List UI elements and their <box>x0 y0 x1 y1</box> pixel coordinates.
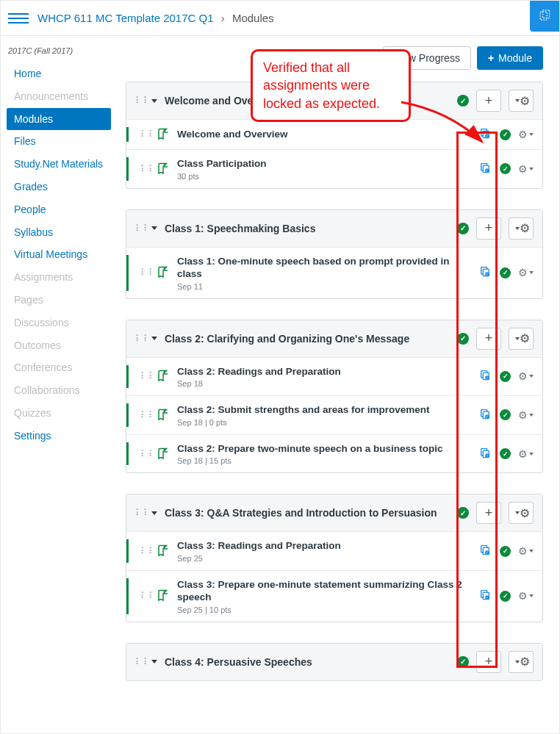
item-meta: Sep 18 | 15 pts <box>177 456 472 465</box>
assignment-icon <box>157 409 170 422</box>
status-bar <box>126 157 129 181</box>
status-bar <box>126 365 129 389</box>
module-settings-button[interactable] <box>509 90 534 112</box>
copy-icon <box>537 9 552 24</box>
item-meta: Sep 18 | 0 pts <box>177 418 472 427</box>
annotation-callout: Verified that all assignments were locke… <box>251 49 411 122</box>
nav-discussions[interactable]: Discussions <box>7 312 111 334</box>
expand-caret-icon[interactable] <box>151 99 157 103</box>
breadcrumb-course-link[interactable]: WHCP 611 MC Template 2017C Q1 <box>37 12 214 24</box>
expand-caret-icon[interactable] <box>151 337 157 340</box>
nav-collaborations[interactable]: Collaborations <box>7 379 111 402</box>
hamburger-menu-icon[interactable] <box>8 8 29 29</box>
breadcrumb-separator: › <box>221 12 225 24</box>
drag-handle-icon[interactable] <box>140 547 149 555</box>
module-settings-button[interactable] <box>509 502 534 524</box>
drag-handle-icon[interactable] <box>135 224 144 233</box>
item-title: Class 3: Readings and Preparation <box>177 539 472 553</box>
item-settings-button[interactable] <box>518 267 534 278</box>
drag-handle-icon[interactable] <box>140 372 149 381</box>
item-settings-button[interactable] <box>518 163 534 175</box>
item-settings-button[interactable] <box>518 545 534 557</box>
item-settings-button[interactable] <box>518 409 534 421</box>
nav-settings[interactable]: Settings <box>7 425 111 447</box>
nav-grades[interactable]: Grades <box>7 176 111 198</box>
published-icon[interactable] <box>500 163 511 174</box>
published-icon[interactable] <box>500 448 511 459</box>
published-icon[interactable] <box>500 546 511 557</box>
drag-handle-icon[interactable] <box>135 508 144 517</box>
drag-handle-icon[interactable] <box>140 591 149 600</box>
assignment-icon <box>157 544 170 558</box>
drag-handle-icon[interactable] <box>140 450 149 458</box>
nav-virtual-meetings[interactable]: Virtual Meetings <box>7 243 111 266</box>
expand-caret-icon[interactable] <box>151 511 157 515</box>
nav-files[interactable]: Files <box>7 130 111 153</box>
item-meta: Sep 18 <box>177 379 472 388</box>
status-bar <box>126 442 129 466</box>
nav-pages[interactable]: Pages <box>7 289 111 312</box>
drag-handle-icon[interactable] <box>135 658 144 666</box>
nav-study-net-materials[interactable]: Study.Net Materials <box>7 153 111 176</box>
status-bar <box>126 539 129 563</box>
item-title: Class 2: Readings and Preparation <box>177 365 472 378</box>
drag-handle-icon[interactable] <box>140 268 149 277</box>
published-icon[interactable] <box>500 267 511 278</box>
annotation-highlight-box <box>456 132 498 668</box>
item-settings-button[interactable] <box>518 448 534 460</box>
nav-assignments[interactable]: Assignments <box>7 266 111 289</box>
assignment-icon <box>157 447 170 461</box>
status-bar <box>126 403 129 427</box>
drag-handle-icon[interactable] <box>135 334 144 343</box>
drag-handle-icon[interactable] <box>140 411 149 420</box>
item-title: Class 2: Prepare two-minute speech on a … <box>177 442 472 456</box>
assignment-icon <box>157 162 170 176</box>
status-bar <box>126 578 129 614</box>
annotation-arrow <box>398 96 508 162</box>
svg-rect-0 <box>540 12 547 20</box>
module-title: Class 3: Q&A Strategies and Introduction… <box>165 507 450 519</box>
item-settings-button[interactable] <box>518 370 534 382</box>
status-bar <box>126 255 129 291</box>
module-settings-button[interactable] <box>509 328 534 350</box>
nav-syllabus[interactable]: Syllabus <box>7 221 111 244</box>
item-meta: Sep 25 | 10 pts <box>177 605 472 614</box>
published-icon[interactable] <box>500 371 511 382</box>
assignment-icon <box>157 266 170 279</box>
nav-announcements[interactable]: Announcements <box>7 85 111 108</box>
breadcrumb-current: Modules <box>232 12 274 24</box>
drag-handle-icon[interactable] <box>140 165 149 173</box>
published-icon[interactable] <box>500 591 511 602</box>
status-bar <box>126 127 129 142</box>
assignment-icon <box>157 370 170 383</box>
item-meta: Sep 11 <box>177 282 472 291</box>
drag-handle-icon[interactable] <box>135 96 144 105</box>
breadcrumb: WHCP 611 MC Template 2017C Q1 › Modules <box>37 12 274 24</box>
nav-conferences[interactable]: Conferences <box>7 356 111 379</box>
svg-rect-1 <box>543 10 550 18</box>
item-settings-button[interactable] <box>518 590 534 602</box>
module-title: Class 2: Clarifying and Organizing One's… <box>165 333 450 345</box>
item-title: Class 1: One-minute speech based on prom… <box>177 255 472 281</box>
expand-caret-icon[interactable] <box>151 226 157 230</box>
clipboard-sidebar-tab[interactable] <box>530 1 559 32</box>
nav-quizzes[interactable]: Quizzes <box>7 402 111 425</box>
module-settings-button[interactable] <box>509 651 534 673</box>
assignment-icon <box>157 128 170 141</box>
module-title: Class 1: Speechmaking Basics <box>165 223 450 234</box>
module-title: Class 4: Persuasive Speeches <box>165 656 450 668</box>
term-label: 2017C (Fall 2017) <box>7 46 111 55</box>
add-module-button[interactable]: Module <box>477 46 543 70</box>
nav-modules[interactable]: Modules <box>7 108 111 131</box>
expand-caret-icon[interactable] <box>151 660 157 663</box>
drag-handle-icon[interactable] <box>140 130 149 139</box>
nav-people[interactable]: People <box>7 198 111 221</box>
item-meta: 30 pts <box>177 172 472 181</box>
module-settings-button[interactable] <box>509 217 534 240</box>
nav-outcomes[interactable]: Outcomes <box>7 334 111 357</box>
nav-home[interactable]: Home <box>7 62 111 85</box>
item-settings-button[interactable] <box>518 129 534 140</box>
item-title: Class 3: Prepare one-minute statement su… <box>177 578 472 604</box>
item-title: Class 2: Submit strengths and areas for … <box>177 403 472 417</box>
published-icon[interactable] <box>500 409 511 420</box>
